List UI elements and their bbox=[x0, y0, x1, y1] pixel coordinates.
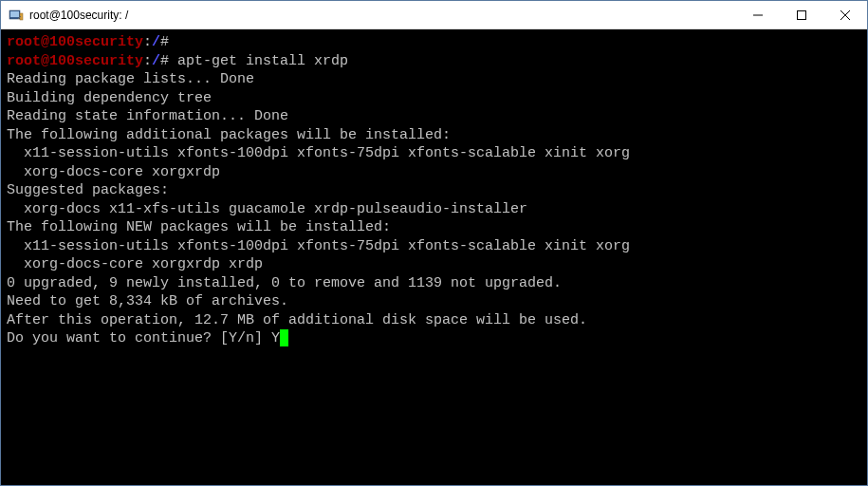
prompt-user: root@100security bbox=[7, 53, 143, 69]
window-title: root@100security: / bbox=[29, 9, 736, 22]
terminal-area[interactable]: root@100security:/# root@100security:/# … bbox=[1, 29, 867, 485]
putty-icon bbox=[9, 8, 24, 23]
minimize-button[interactable] bbox=[736, 1, 780, 28]
titlebar[interactable]: root@100security: / bbox=[1, 1, 867, 29]
svg-rect-5 bbox=[798, 10, 806, 19]
svg-rect-1 bbox=[10, 11, 19, 17]
maximize-button[interactable] bbox=[780, 1, 823, 28]
user-input: Y bbox=[271, 330, 280, 346]
app-window: root@100security: / root@100security:/# … bbox=[0, 0, 868, 486]
terminal-output: Reading package lists... Done Building d… bbox=[7, 71, 630, 328]
command-text: apt-get install xrdp bbox=[177, 53, 348, 69]
prompt-path: / bbox=[152, 34, 160, 50]
close-button[interactable] bbox=[823, 1, 867, 28]
prompt-colon: : bbox=[143, 53, 152, 69]
prompt-user: root@100security bbox=[7, 34, 143, 50]
prompt-path: / bbox=[152, 53, 160, 69]
prompt-symbol: # bbox=[160, 53, 169, 69]
prompt-colon: : bbox=[143, 34, 152, 50]
terminal-cursor bbox=[280, 329, 288, 346]
continue-prompt: Do you want to continue? [Y/n] bbox=[7, 330, 271, 346]
prompt-symbol: # bbox=[160, 34, 169, 50]
window-controls bbox=[736, 1, 867, 28]
